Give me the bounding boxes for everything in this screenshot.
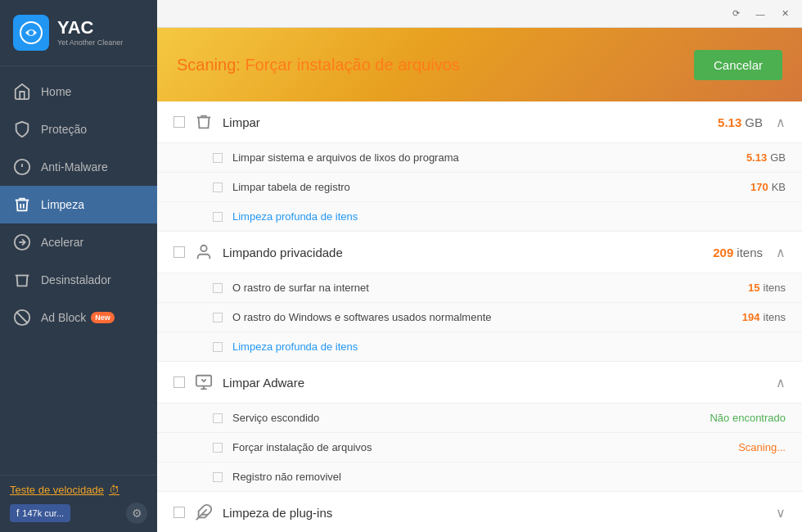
section-limpar-chevron: ∧ xyxy=(776,115,786,130)
section-adware-header[interactable]: Limpar Adware ∧ xyxy=(157,362,802,403)
subitem-unit: itens xyxy=(764,282,786,294)
subitem-label: O rastro do Windows e softwares usados n… xyxy=(232,311,742,323)
section-adware-subitems: Serviço escondido Não encontrado Forçar … xyxy=(157,403,802,491)
section-limpar-unit: GB xyxy=(745,115,763,129)
section-plugins-checkbox[interactable] xyxy=(173,507,185,518)
section-limpar-header[interactable]: Limpar 5.13 GB ∧ xyxy=(157,101,802,142)
section-privacidade-title: Limpando privacidade xyxy=(223,246,713,259)
speed-test-label: Teste de velocidade xyxy=(10,484,104,496)
facebook-icon: f xyxy=(16,507,19,519)
app-logo-icon xyxy=(13,15,49,51)
list-item: Forçar instalação de arquivos Scaning... xyxy=(157,432,802,462)
restore-button[interactable]: ⟳ xyxy=(728,7,743,21)
list-item: Registro não removivel xyxy=(157,462,802,491)
subitem-checkbox[interactable] xyxy=(213,413,223,423)
subitem-label: Limpar tabela de registro xyxy=(232,181,750,193)
window-chrome: ⟳ — ✕ xyxy=(157,0,802,28)
deep-clean-link-2[interactable]: Limpeza profunda de itens xyxy=(232,340,786,353)
list-item: Limpeza profunda de itens xyxy=(157,201,802,231)
svg-line-7 xyxy=(17,313,28,323)
subitem-unit: KB xyxy=(772,181,786,193)
trash-icon xyxy=(195,113,213,131)
section-privacidade-value: 209 xyxy=(713,246,733,259)
section-privacidade: Limpando privacidade 209 itens ∧ O rastr… xyxy=(157,232,802,362)
subitem-checkbox[interactable] xyxy=(213,313,223,322)
cancel-button[interactable]: Cancelar xyxy=(694,50,782,80)
scan-content: Limpar 5.13 GB ∧ Limpar sistema e arquiv… xyxy=(157,101,802,532)
not-found-status: Não encontrado xyxy=(710,412,786,424)
sidebar-item-home[interactable]: Home xyxy=(0,73,157,110)
fb-count-label: 147k cur... xyxy=(22,508,64,518)
section-privacidade-checkbox[interactable] xyxy=(173,246,185,258)
list-item: Limpar sistema e arquivos de lixos do pr… xyxy=(157,142,802,172)
section-adware-chevron: ∧ xyxy=(776,375,786,390)
subitem-checkbox[interactable] xyxy=(213,443,223,453)
sidebar: YAC Yet Another Cleaner Home Proteção An… xyxy=(0,0,157,532)
subitem-unit: GB xyxy=(770,151,786,164)
sidebar-item-ad-block-label: Ad Block xyxy=(41,311,86,324)
scan-title: Scaning: Forçar instalação de arquivos xyxy=(177,56,460,74)
section-plugins: Limpeza de plug-ins ∨ xyxy=(157,492,802,532)
subitem-label: Registro não removivel xyxy=(232,471,786,483)
sidebar-item-home-label: Home xyxy=(41,85,71,98)
sidebar-item-anti-malware-label: Anti-Malware xyxy=(41,160,108,174)
logo-text: YAC Yet Another Cleaner xyxy=(57,19,123,47)
minimize-button[interactable]: — xyxy=(753,7,768,21)
nav-items: Home Proteção Anti-Malware Limpeza xyxy=(0,66,157,475)
main-content: ⟳ — ✕ Scaning: Forçar instalação de arqu… xyxy=(157,0,802,532)
facebook-button[interactable]: f 147k cur... xyxy=(10,504,70,522)
sidebar-item-limpeza[interactable]: Limpeza xyxy=(0,186,157,223)
sidebar-item-ad-block[interactable]: Ad Block New xyxy=(0,299,157,336)
section-limpar-value: 5.13 xyxy=(718,115,741,129)
sidebar-item-acelerar[interactable]: Acelerar xyxy=(0,223,157,261)
section-plugins-chevron: ∨ xyxy=(776,505,786,521)
subitem-label: Limpar sistema e arquivos de lixos do pr… xyxy=(232,151,746,164)
section-privacidade-header[interactable]: Limpando privacidade 209 itens ∧ xyxy=(157,232,802,273)
speed-test-link[interactable]: Teste de velocidade ⏱ xyxy=(10,484,147,496)
settings-button[interactable]: ⚙ xyxy=(126,503,147,524)
subitem-label: Serviço escondido xyxy=(232,412,710,424)
subitem-checkbox[interactable] xyxy=(213,283,223,293)
list-item: O rastro de surfar na internet 15 itens xyxy=(157,273,802,302)
section-limpar: Limpar 5.13 GB ∧ Limpar sistema e arquiv… xyxy=(157,101,802,232)
subitem-value: 170 xyxy=(750,181,768,193)
scanning-target: Forçar instalação de arquivos xyxy=(245,56,459,74)
section-privacidade-subitems: O rastro de surfar na internet 15 itens … xyxy=(157,273,802,361)
gear-icon: ⚙ xyxy=(132,507,142,520)
subitem-label: O rastro de surfar na internet xyxy=(232,282,748,294)
subitem-checkbox[interactable] xyxy=(213,212,223,222)
section-limpar-title: Limpar xyxy=(223,115,718,129)
sidebar-item-protecao[interactable]: Proteção xyxy=(0,110,157,148)
section-plugins-header[interactable]: Limpeza de plug-ins ∨ xyxy=(157,492,802,532)
sidebar-item-desinstalador[interactable]: Desinstalador xyxy=(0,261,157,299)
scanning-label: Scaning: xyxy=(177,56,241,74)
plugin-icon xyxy=(195,503,213,521)
section-limpar-checkbox[interactable] xyxy=(173,116,185,128)
section-privacidade-chevron: ∧ xyxy=(776,245,786,260)
section-adware: Limpar Adware ∧ Serviço escondido Não en… xyxy=(157,362,802,492)
clock-icon: ⏱ xyxy=(109,484,119,496)
subitem-value: 15 xyxy=(748,282,759,294)
logo-yac: YAC xyxy=(57,19,123,37)
section-plugins-title: Limpeza de plug-ins xyxy=(223,506,776,520)
subitem-checkbox[interactable] xyxy=(213,472,223,482)
subitem-checkbox[interactable] xyxy=(213,342,223,352)
subitem-label: Forçar instalação de arquivos xyxy=(232,441,738,453)
sidebar-logo: YAC Yet Another Cleaner xyxy=(0,0,157,66)
section-adware-title: Limpar Adware xyxy=(223,376,763,390)
sidebar-item-anti-malware[interactable]: Anti-Malware xyxy=(0,148,157,186)
scan-header: Scaning: Forçar instalação de arquivos C… xyxy=(157,28,802,101)
subitem-unit: itens xyxy=(764,311,786,323)
sidebar-footer: Teste de velocidade ⏱ f 147k cur... ⚙ xyxy=(0,475,157,532)
sidebar-item-limpeza-label: Limpeza xyxy=(41,198,84,211)
subitem-value: 194 xyxy=(742,311,760,323)
close-button[interactable]: ✕ xyxy=(777,7,792,21)
subitem-checkbox[interactable] xyxy=(213,183,223,192)
section-privacidade-unit: itens xyxy=(737,246,763,259)
scanning-status: Scaning... xyxy=(738,441,786,453)
section-adware-checkbox[interactable] xyxy=(173,376,185,388)
list-item: Limpeza profunda de itens xyxy=(157,331,802,361)
subitem-checkbox[interactable] xyxy=(213,153,223,163)
deep-clean-link-1[interactable]: Limpeza profunda de itens xyxy=(232,210,786,223)
svg-point-8 xyxy=(200,246,206,251)
